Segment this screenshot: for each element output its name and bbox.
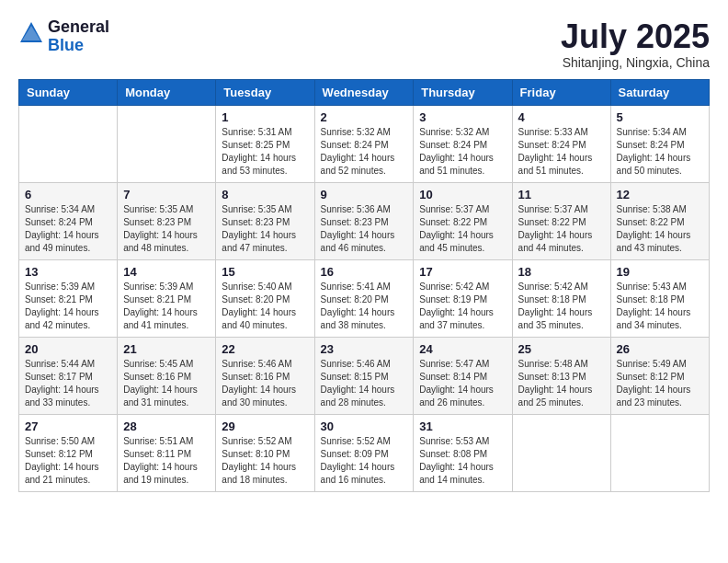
day-info: Sunrise: 5:34 AMSunset: 8:24 PMDaylight:…	[617, 126, 703, 178]
day-info: Sunrise: 5:46 AMSunset: 8:15 PMDaylight:…	[321, 358, 408, 409]
calendar-week-row: 20Sunrise: 5:44 AMSunset: 8:17 PMDayligh…	[19, 337, 710, 414]
day-info: Sunrise: 5:52 AMSunset: 8:10 PMDaylight:…	[222, 435, 308, 487]
calendar-cell: 19Sunrise: 5:43 AMSunset: 8:18 PMDayligh…	[610, 259, 709, 337]
calendar-header-monday: Monday	[118, 79, 216, 105]
title-section: July 2025 Shitanjing, Ningxia, China	[561, 18, 710, 70]
day-info: Sunrise: 5:37 AMSunset: 8:22 PMDaylight:…	[518, 203, 605, 255]
day-info: Sunrise: 5:39 AMSunset: 8:21 PMDaylight:…	[123, 281, 210, 332]
calendar-cell: 10Sunrise: 5:37 AMSunset: 8:22 PMDayligh…	[414, 182, 512, 259]
calendar-header-friday: Friday	[512, 79, 610, 105]
day-number: 26	[617, 342, 703, 356]
day-info: Sunrise: 5:47 AMSunset: 8:14 PMDaylight:…	[419, 358, 506, 409]
calendar-cell: 22Sunrise: 5:46 AMSunset: 8:16 PMDayligh…	[216, 337, 314, 414]
calendar-cell: 9Sunrise: 5:36 AMSunset: 8:23 PMDaylight…	[314, 182, 414, 259]
day-number: 10	[419, 188, 506, 201]
logo-general-text: General	[48, 18, 109, 37]
calendar-cell: 24Sunrise: 5:47 AMSunset: 8:14 PMDayligh…	[414, 337, 512, 414]
calendar-cell: 21Sunrise: 5:45 AMSunset: 8:16 PMDayligh…	[118, 337, 216, 414]
calendar-cell: 7Sunrise: 5:35 AMSunset: 8:23 PMDaylight…	[118, 182, 216, 259]
calendar-table: SundayMondayTuesdayWednesdayThursdayFrid…	[18, 79, 710, 492]
day-number: 20	[25, 342, 111, 356]
day-info: Sunrise: 5:35 AMSunset: 8:23 PMDaylight:…	[222, 203, 308, 255]
calendar-header-wednesday: Wednesday	[314, 79, 414, 105]
calendar-cell: 11Sunrise: 5:37 AMSunset: 8:22 PMDayligh…	[512, 182, 610, 259]
calendar-cell: 12Sunrise: 5:38 AMSunset: 8:22 PMDayligh…	[610, 182, 709, 259]
day-info: Sunrise: 5:40 AMSunset: 8:20 PMDaylight:…	[222, 281, 308, 332]
calendar-week-row: 27Sunrise: 5:50 AMSunset: 8:12 PMDayligh…	[19, 414, 710, 491]
day-number: 2	[321, 110, 408, 124]
calendar-cell	[118, 105, 216, 182]
day-info: Sunrise: 5:36 AMSunset: 8:23 PMDaylight:…	[321, 203, 408, 255]
calendar-cell: 15Sunrise: 5:40 AMSunset: 8:20 PMDayligh…	[216, 259, 314, 337]
logo-blue-text: Blue	[48, 37, 109, 55]
day-number: 24	[419, 342, 506, 356]
calendar-cell: 16Sunrise: 5:41 AMSunset: 8:20 PMDayligh…	[314, 259, 414, 337]
calendar-cell: 2Sunrise: 5:32 AMSunset: 8:24 PMDaylight…	[314, 105, 414, 182]
calendar-cell: 18Sunrise: 5:42 AMSunset: 8:18 PMDayligh…	[512, 259, 610, 337]
day-info: Sunrise: 5:48 AMSunset: 8:13 PMDaylight:…	[518, 358, 605, 409]
calendar-cell	[512, 414, 610, 491]
day-info: Sunrise: 5:50 AMSunset: 8:12 PMDaylight:…	[25, 435, 111, 487]
day-info: Sunrise: 5:37 AMSunset: 8:22 PMDaylight:…	[419, 203, 506, 255]
calendar-cell: 31Sunrise: 5:53 AMSunset: 8:08 PMDayligh…	[414, 414, 512, 491]
calendar-cell: 29Sunrise: 5:52 AMSunset: 8:10 PMDayligh…	[216, 414, 314, 491]
day-number: 8	[222, 188, 308, 201]
month-title: July 2025	[561, 18, 710, 55]
day-info: Sunrise: 5:44 AMSunset: 8:17 PMDaylight:…	[25, 358, 111, 409]
day-info: Sunrise: 5:42 AMSunset: 8:19 PMDaylight:…	[419, 281, 506, 332]
day-number: 21	[123, 342, 210, 356]
day-info: Sunrise: 5:49 AMSunset: 8:12 PMDaylight:…	[617, 358, 703, 409]
day-number: 11	[518, 188, 605, 201]
day-number: 9	[321, 188, 408, 201]
calendar-cell: 20Sunrise: 5:44 AMSunset: 8:17 PMDayligh…	[19, 337, 118, 414]
day-number: 3	[419, 110, 506, 124]
calendar-cell: 17Sunrise: 5:42 AMSunset: 8:19 PMDayligh…	[414, 259, 512, 337]
calendar-cell	[610, 414, 709, 491]
calendar-cell: 23Sunrise: 5:46 AMSunset: 8:15 PMDayligh…	[314, 337, 414, 414]
svg-marker-1	[22, 26, 40, 40]
calendar-cell: 28Sunrise: 5:51 AMSunset: 8:11 PMDayligh…	[118, 414, 216, 491]
calendar-header-sunday: Sunday	[19, 79, 118, 105]
calendar-cell: 5Sunrise: 5:34 AMSunset: 8:24 PMDaylight…	[610, 105, 709, 182]
calendar-cell: 3Sunrise: 5:32 AMSunset: 8:24 PMDaylight…	[414, 105, 512, 182]
calendar-cell: 1Sunrise: 5:31 AMSunset: 8:25 PMDaylight…	[216, 105, 314, 182]
day-info: Sunrise: 5:31 AMSunset: 8:25 PMDaylight:…	[222, 126, 308, 178]
day-info: Sunrise: 5:53 AMSunset: 8:08 PMDaylight:…	[419, 435, 506, 487]
calendar-cell: 26Sunrise: 5:49 AMSunset: 8:12 PMDayligh…	[610, 337, 709, 414]
calendar-cell: 27Sunrise: 5:50 AMSunset: 8:12 PMDayligh…	[19, 414, 118, 491]
calendar-cell	[19, 105, 118, 182]
day-info: Sunrise: 5:43 AMSunset: 8:18 PMDaylight:…	[617, 281, 703, 332]
day-number: 7	[123, 188, 210, 201]
calendar-week-row: 1Sunrise: 5:31 AMSunset: 8:25 PMDaylight…	[19, 105, 710, 182]
calendar-cell: 30Sunrise: 5:52 AMSunset: 8:09 PMDayligh…	[314, 414, 414, 491]
day-number: 22	[222, 342, 308, 356]
day-number: 29	[222, 419, 308, 433]
day-number: 18	[518, 265, 605, 279]
day-number: 4	[518, 110, 605, 124]
calendar-cell: 6Sunrise: 5:34 AMSunset: 8:24 PMDaylight…	[19, 182, 118, 259]
day-number: 12	[617, 188, 703, 201]
day-number: 19	[617, 265, 703, 279]
day-info: Sunrise: 5:42 AMSunset: 8:18 PMDaylight:…	[518, 281, 605, 332]
calendar-header-saturday: Saturday	[610, 79, 709, 105]
day-number: 16	[321, 265, 408, 279]
calendar-header-tuesday: Tuesday	[216, 79, 314, 105]
day-info: Sunrise: 5:51 AMSunset: 8:11 PMDaylight:…	[123, 435, 210, 487]
calendar-cell: 14Sunrise: 5:39 AMSunset: 8:21 PMDayligh…	[118, 259, 216, 337]
day-info: Sunrise: 5:41 AMSunset: 8:20 PMDaylight:…	[321, 281, 408, 332]
calendar-header-thursday: Thursday	[414, 79, 512, 105]
day-number: 28	[123, 419, 210, 433]
day-info: Sunrise: 5:38 AMSunset: 8:22 PMDaylight:…	[617, 203, 703, 255]
calendar-week-row: 13Sunrise: 5:39 AMSunset: 8:21 PMDayligh…	[19, 259, 710, 337]
day-number: 13	[25, 265, 111, 279]
day-number: 25	[518, 342, 605, 356]
day-info: Sunrise: 5:39 AMSunset: 8:21 PMDaylight:…	[25, 281, 111, 332]
logo: General Blue	[18, 18, 109, 55]
day-info: Sunrise: 5:32 AMSunset: 8:24 PMDaylight:…	[321, 126, 408, 178]
day-number: 17	[419, 265, 506, 279]
calendar-week-row: 6Sunrise: 5:34 AMSunset: 8:24 PMDaylight…	[19, 182, 710, 259]
day-info: Sunrise: 5:35 AMSunset: 8:23 PMDaylight:…	[123, 203, 210, 255]
day-info: Sunrise: 5:34 AMSunset: 8:24 PMDaylight:…	[25, 203, 111, 255]
day-number: 1	[222, 110, 308, 124]
day-info: Sunrise: 5:46 AMSunset: 8:16 PMDaylight:…	[222, 358, 308, 409]
